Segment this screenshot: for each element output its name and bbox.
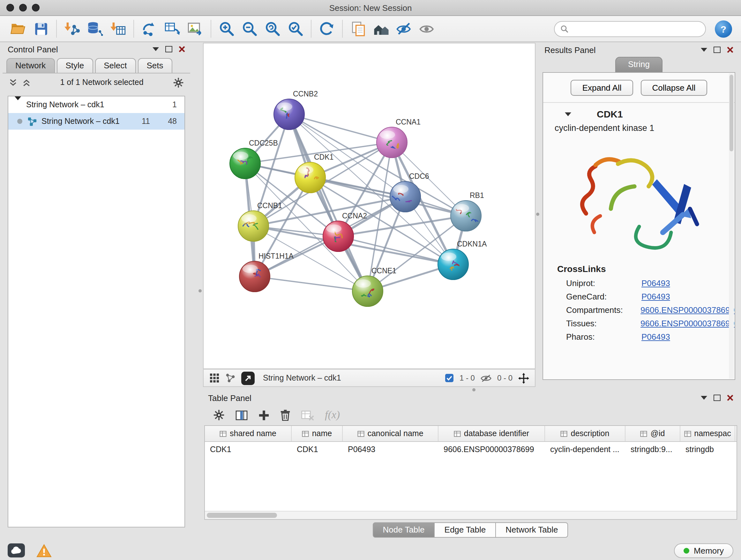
gene-disclosure-icon[interactable] [565,112,571,116]
crosslink-row: Compartments:9606.ENSP00000378699 [543,303,735,317]
hide-graphics-button[interactable] [394,18,414,39]
collapse-all-button[interactable]: Collapse All [641,80,707,96]
network-share-icon[interactable] [225,373,235,383]
column-header[interactable]: canonical name [343,426,439,441]
apply-layout-button[interactable] [317,18,337,39]
table-row[interactable]: CDK1CDK1P064939606.ENSP00000378699cyclin… [205,442,737,457]
crosslink-link[interactable]: 9606.ENSP00000378699 [641,305,735,315]
import-network-file-button[interactable] [62,18,82,39]
column-type-icon [561,430,568,437]
node-label: CDKN1A [457,240,487,248]
tab-network[interactable]: Network [6,58,55,73]
network-node-hist1h1a[interactable]: HIST1H1A [239,252,294,292]
protein-structure-image [567,138,711,256]
main-toolbar: ? [0,16,741,42]
zoom-selected-button[interactable] [285,18,306,39]
float-panel-icon[interactable] [165,46,172,52]
panel-menu-icon[interactable] [701,48,707,52]
expand-all-button[interactable]: Expand All [571,80,633,96]
save-session-button[interactable] [30,18,51,39]
tab-style[interactable]: Style [57,58,93,73]
selected-nodes-checkbox-icon[interactable] [445,374,454,382]
search-field[interactable] [554,21,706,37]
zoom-fit-button[interactable] [262,18,283,39]
tab-network-table[interactable]: Network Table [495,522,568,538]
birds-eye-grid-icon[interactable] [209,373,219,383]
home-view-button[interactable] [371,18,391,39]
left-splitter-handle[interactable] [199,289,202,293]
table-horizontal-scrollbar[interactable] [205,511,737,519]
column-header-label: @id [651,429,665,438]
new-network-button[interactable] [139,18,159,39]
right-splitter-handle[interactable] [536,212,539,216]
network-row[interactable]: String Network – cdk1 11 48 [8,113,185,130]
column-header[interactable]: name [292,426,343,441]
panel-menu-icon[interactable] [152,47,159,51]
crosslink-link[interactable]: P06493 [642,292,670,301]
network-arrows-icon [141,20,158,37]
crosslink-link[interactable]: P06493 [642,332,670,341]
zoom-out-button[interactable] [239,18,260,39]
network-node-rb1[interactable]: RB1 [451,191,484,231]
column-header[interactable]: description [545,426,625,441]
expand-all-rows-icon[interactable] [9,78,17,86]
protein-thumbnail-squiggle [314,177,319,179]
create-column-plus-icon[interactable] [259,410,269,421]
memory-button[interactable]: Memory [674,543,733,558]
show-graphics-details-button[interactable] [417,18,437,39]
column-header-label: shared name [230,429,276,438]
export-image-button[interactable] [185,18,205,39]
tab-sets[interactable]: Sets [138,58,172,73]
crosslink-link[interactable]: P06493 [642,278,670,288]
collapse-all-rows-icon[interactable] [22,78,30,86]
network-node-cdk1[interactable]: CDK1 [295,153,333,193]
delete-column-trash-icon[interactable] [280,409,290,421]
float-panel-icon[interactable] [714,395,721,401]
help-button[interactable]: ? [715,20,732,37]
zoom-in-button[interactable] [216,18,237,39]
import-network-database-button[interactable] [85,18,105,39]
open-session-button[interactable] [8,18,28,39]
close-panel-icon[interactable] [727,395,733,401]
network-node-ccnb2[interactable]: CCNB2 [274,90,318,130]
tab-edge-table[interactable]: Edge Table [434,522,496,538]
column-header[interactable]: namespac [680,426,735,441]
network-canvas[interactable]: CCNB2CCNA1CDC25BCDK1CDC6RB1CCNB1CCNA2CDK… [203,43,536,369]
node-gloss-highlight [241,214,257,223]
table-options-gear-icon[interactable] [213,409,225,421]
hidden-eye-slash-icon[interactable] [481,374,491,382]
network-options-gear-icon[interactable] [173,77,184,88]
bottom-splitter-handle[interactable] [472,388,475,391]
copy-document-button[interactable] [348,18,368,39]
import-table-file-button[interactable] [108,18,128,39]
network-edge[interactable] [255,276,367,291]
control-panel-tabs: NetworkStyleSelectSets [3,56,190,73]
pan-move-icon[interactable] [518,373,529,383]
crosslink-row: GeneCard:P06493 [543,290,735,303]
tab-node-table[interactable]: Node Table [373,522,434,538]
tab-string[interactable]: String [615,57,663,72]
float-panel-icon[interactable] [714,47,721,53]
network-edge[interactable] [289,114,367,291]
cloud-services-button[interactable] [8,543,25,557]
cytoscape-window: Session: New Session [0,0,741,560]
tab-select[interactable]: Select [95,58,136,73]
search-input[interactable] [572,23,699,34]
crosslink-link[interactable]: 9606.ENSP00000378699 [641,319,735,328]
panel-menu-icon[interactable] [701,396,707,400]
show-columns-icon[interactable] [235,410,248,421]
close-panel-icon[interactable] [179,46,185,52]
close-panel-icon[interactable] [727,47,733,53]
open-in-new-window-button[interactable] [241,371,255,385]
collection-disclosure-icon[interactable] [15,100,21,109]
warning-icon[interactable] [37,544,52,557]
network-collection-row[interactable]: String Network – cdk1 1 [8,97,185,113]
column-header[interactable]: @id [625,426,680,441]
column-header-label: database identifier [464,429,529,438]
results-scrollbar[interactable] [729,73,734,379]
network-node-cdkn1a[interactable]: CDKN1A [438,240,487,280]
network-node-ccna1[interactable]: CCNA1 [377,118,421,158]
export-table-button[interactable] [162,18,183,39]
column-header[interactable]: shared name [205,426,292,441]
column-header[interactable]: database identifier [439,426,545,441]
